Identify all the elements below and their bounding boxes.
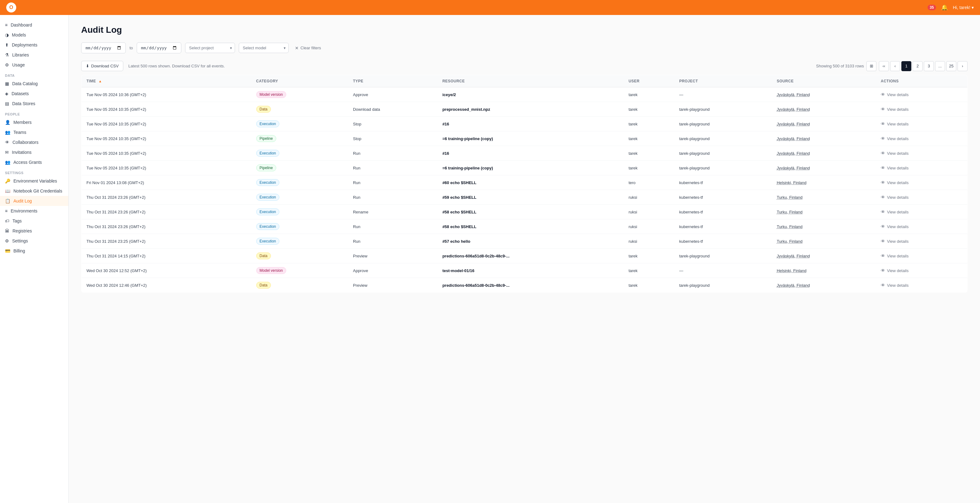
sidebar-item-models[interactable]: ◑ Models xyxy=(0,30,68,40)
cell-type: Approve xyxy=(348,88,437,102)
eye-icon: 👁 xyxy=(881,151,885,156)
view-details-button[interactable]: 👁 View details xyxy=(881,209,962,214)
grid-view-button[interactable]: ⊞ xyxy=(866,61,877,71)
resource-link[interactable]: #59 echo $SHELL xyxy=(442,195,476,200)
download-csv-button[interactable]: ⬇ Download CSV xyxy=(81,61,123,71)
user-menu[interactable]: Hi, tarek! ▾ xyxy=(953,5,974,10)
source-link[interactable]: Jyväskylä, Finland xyxy=(777,166,810,170)
resource-link[interactable]: =6 training-pipeline (copy) xyxy=(442,166,493,170)
sidebar-item-invitations[interactable]: ✉ Invitations xyxy=(0,147,68,157)
view-details-button[interactable]: 👁 View details xyxy=(881,107,962,112)
source-link[interactable]: Helsinki, Finland xyxy=(777,268,807,273)
view-details-button[interactable]: 👁 View details xyxy=(881,283,962,288)
sidebar-item-datasets[interactable]: ◈ Datasets xyxy=(0,89,68,99)
sidebar-item-registries[interactable]: 🏛 Registries xyxy=(0,226,68,236)
view-details-button[interactable]: 👁 View details xyxy=(881,224,962,229)
sidebar-item-members[interactable]: 👤 Members xyxy=(0,117,68,127)
model-select[interactable]: Select model xyxy=(239,43,289,53)
pagination-page-25[interactable]: 25 xyxy=(946,61,956,71)
cell-time: Tue Nov 05 2024 10:35 (GMT+2) xyxy=(81,131,251,146)
data-section-label: Data xyxy=(0,70,68,79)
sidebar-item-access-grants[interactable]: 👥 Access Grants xyxy=(0,157,68,167)
resource-link[interactable]: =6 training-pipeline (copy) xyxy=(442,136,493,141)
cell-type: Stop xyxy=(348,117,437,131)
view-details-button[interactable]: 👁 View details xyxy=(881,166,962,170)
pagination-prev-arrow[interactable]: ‹ xyxy=(890,61,900,71)
resource-link[interactable]: test-model-01/16 xyxy=(442,268,474,273)
view-details-button[interactable]: 👁 View details xyxy=(881,268,962,273)
project-select[interactable]: Select project xyxy=(185,43,235,53)
notification-badge[interactable]: 35 xyxy=(928,5,936,10)
source-link[interactable]: Turku, Finland xyxy=(777,195,803,200)
resource-link[interactable]: iceye/2 xyxy=(442,92,456,97)
date-to-input[interactable] xyxy=(137,43,181,53)
sidebar-item-data-stores[interactable]: ▤ Data Stores xyxy=(0,99,68,108)
pagination-prev[interactable]: ‹‹ xyxy=(879,61,889,71)
source-link[interactable]: Jyväskylä, Finland xyxy=(777,136,810,141)
view-details-label: View details xyxy=(887,92,908,97)
sidebar-item-notebook-git[interactable]: 📖 Notebook Git Credentials xyxy=(0,186,68,196)
resource-link[interactable]: #58 echo $SHELL xyxy=(442,210,476,214)
resource-link[interactable]: preprocessed_mnist.npz xyxy=(442,107,490,112)
view-details-button[interactable]: 👁 View details xyxy=(881,92,962,97)
eye-icon: 👁 xyxy=(881,209,885,214)
source-link[interactable]: Turku, Finland xyxy=(777,224,803,229)
app-logo[interactable]: O xyxy=(6,3,16,13)
sidebar-item-collaborators[interactable]: 👁 Collaborators xyxy=(0,137,68,147)
source-link[interactable]: Turku, Finland xyxy=(777,239,803,244)
source-link[interactable]: Jyväskylä, Finland xyxy=(777,151,810,156)
sidebar-item-billing[interactable]: 💳 Billing xyxy=(0,246,68,256)
sidebar-item-audit-log[interactable]: 📋 Audit Log xyxy=(0,196,68,206)
view-details-button[interactable]: 👁 View details xyxy=(881,195,962,200)
sidebar-item-libraries[interactable]: ⚗ Libraries xyxy=(0,50,68,60)
source-link[interactable]: Helsinki, Finland xyxy=(777,180,807,185)
bell-icon[interactable]: 🔔 xyxy=(941,4,948,11)
resource-link[interactable]: predictions-606a51d8-0c2b-48c9-... xyxy=(442,254,509,258)
sidebar-item-usage[interactable]: ⚙ Usage xyxy=(0,60,68,70)
pagination-page-3[interactable]: 3 xyxy=(924,61,934,71)
resource-link[interactable]: predictions-606a51d8-0c2b-48c9-... xyxy=(442,283,509,288)
sidebar-item-dashboard[interactable]: ≡ Dashboard xyxy=(0,20,68,30)
view-details-button[interactable]: 👁 View details xyxy=(881,121,962,126)
pagination-next-arrow[interactable]: › xyxy=(958,61,967,71)
resource-link[interactable]: #57 echo hello xyxy=(442,239,470,244)
source-link[interactable]: Turku, Finland xyxy=(777,210,803,214)
cell-source: Jyväskylä, Finland xyxy=(772,117,876,131)
sidebar-item-tags[interactable]: 🏷 Tags xyxy=(0,216,68,226)
sidebar-item-env-vars[interactable]: 🔑 Environment Variables xyxy=(0,176,68,186)
sidebar-item-environments[interactable]: ≡ Environments xyxy=(0,206,68,216)
view-details-button[interactable]: 👁 View details xyxy=(881,180,962,185)
cell-user: tarek xyxy=(624,146,674,161)
source-link[interactable]: Jyväskylä, Finland xyxy=(777,122,810,126)
access-grants-icon: 👥 xyxy=(5,160,10,165)
resource-link[interactable]: #58 echo $SHELL xyxy=(442,224,476,229)
source-link[interactable]: Jyväskylä, Finland xyxy=(777,107,810,112)
sidebar-item-data-catalog[interactable]: ▦ Data Catalog xyxy=(0,79,68,89)
pagination-page-2[interactable]: 2 xyxy=(913,61,923,71)
category-badge: Execution xyxy=(256,121,280,127)
resource-link[interactable]: #60 echo $SHELL xyxy=(442,180,476,185)
view-details-label: View details xyxy=(887,210,908,214)
view-details-button[interactable]: 👁 View details xyxy=(881,136,962,141)
view-details-button[interactable]: 👁 View details xyxy=(881,151,962,156)
view-details-button[interactable]: 👁 View details xyxy=(881,253,962,258)
pagination-page-1[interactable]: 1 xyxy=(901,61,912,71)
source-link[interactable]: Jyväskylä, Finland xyxy=(777,283,810,288)
resource-link[interactable]: #16 xyxy=(442,122,449,126)
cell-source: Helsinki, Finland xyxy=(772,263,876,278)
clear-filters-label: Clear filters xyxy=(301,46,321,50)
resource-link[interactable]: #16 xyxy=(442,151,449,156)
category-badge: Model version xyxy=(256,267,286,274)
sidebar-item-deployments[interactable]: ⬆ Deployments xyxy=(0,40,68,50)
source-link[interactable]: Jyväskylä, Finland xyxy=(777,254,810,258)
date-from-input[interactable] xyxy=(81,43,126,53)
col-time[interactable]: Time ▲ xyxy=(81,75,251,88)
sidebar-item-teams[interactable]: 👥 Teams xyxy=(0,127,68,137)
cell-user: tero xyxy=(624,175,674,190)
cell-time: Thu Oct 31 2024 14:15 (GMT+2) xyxy=(81,249,251,263)
clear-filters-button[interactable]: ✕ Clear filters xyxy=(295,46,321,51)
source-link[interactable]: Jyväskylä, Finland xyxy=(777,92,810,97)
view-details-label: View details xyxy=(887,166,908,170)
view-details-button[interactable]: 👁 View details xyxy=(881,239,962,244)
sidebar-item-settings[interactable]: ⚙ Settings xyxy=(0,236,68,246)
